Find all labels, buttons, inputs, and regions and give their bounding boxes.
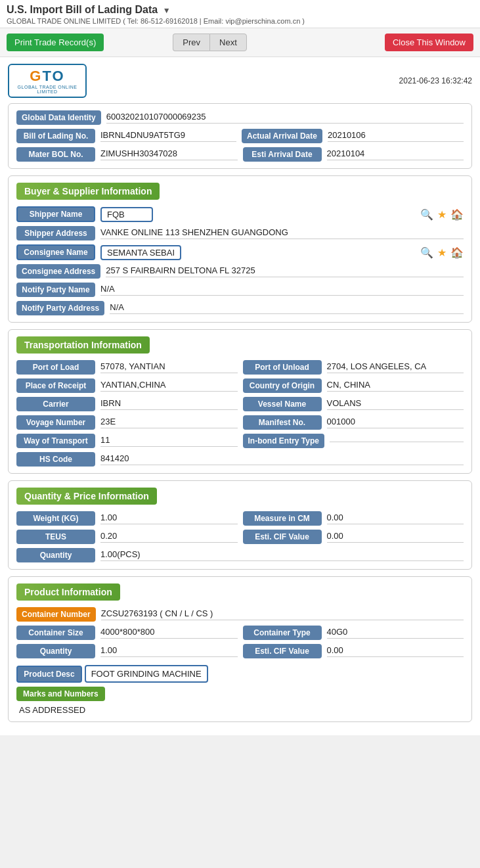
esti-arrival-value: 20210104 xyxy=(327,148,464,160)
container-number-row: Container Number ZCSU2763193 ( CN / L / … xyxy=(16,607,464,622)
receipt-origin-row: Place of Receipt YANTIAN,CHINA Country o… xyxy=(16,378,464,393)
shipper-address-row: Shipper Address VANKE ONLINE 113 SHENZHE… xyxy=(16,226,464,240)
port-of-unload-col: Port of Unload 2704, LOS ANGELES, CA xyxy=(243,360,464,375)
product-quantity-value: 1.00 xyxy=(100,645,238,657)
in-bond-col: In-bond Entry Type xyxy=(243,434,464,448)
timestamp: 2021-06-23 16:32:42 xyxy=(399,76,472,85)
buyer-supplier-title: Buyer & Supplier Information xyxy=(16,183,160,200)
identity-box: Global Data Identity 6003202101070000692… xyxy=(8,103,472,169)
port-of-load-value: 57078, YANTIAN xyxy=(100,361,238,373)
place-of-receipt-label: Place of Receipt xyxy=(16,378,95,393)
prev-button[interactable]: Prev xyxy=(173,34,209,51)
product-quantity-label: Quantity xyxy=(16,644,95,658)
mater-bol-row: Mater BOL No. ZIMUSHH30347028 Esti Arriv… xyxy=(16,147,464,162)
logo: GTO GLOBAL TRADE ONLINE LIMITED xyxy=(8,64,87,98)
country-of-origin-col: Country of Origin CN, CHINA xyxy=(243,378,464,393)
actual-arrival-label: Actual Arrival Date xyxy=(242,129,322,143)
shipper-address-value: VANKE ONLINE 113 SHENZHEN GUANGDONG xyxy=(100,227,464,239)
quantity-label: Quantity xyxy=(16,548,95,562)
consignee-address-value: 257 S FAIRBAIRN DELTONA FL 32725 xyxy=(106,265,464,277)
consignee-address-row: Consignee Address 257 S FAIRBAIRN DELTON… xyxy=(16,264,464,279)
vessel-name-col: Vessel Name VOLANS xyxy=(243,397,464,411)
way-of-transport-label: Way of Transport xyxy=(16,434,95,448)
vessel-name-label: Vessel Name xyxy=(243,397,322,411)
shipper-icons: 🔍 ★ 🏠 xyxy=(420,208,464,221)
marks-row: Marks and Numbers xyxy=(16,687,464,701)
consignee-star-icon[interactable]: ★ xyxy=(437,246,447,259)
teus-cif-row: TEUS 0.20 Esti. CIF Value 0.00 xyxy=(16,530,464,544)
teus-value: 0.20 xyxy=(100,531,238,543)
shipper-search-icon[interactable]: 🔍 xyxy=(420,208,433,221)
port-of-load-label: Port of Load xyxy=(16,360,95,375)
shipper-star-icon[interactable]: ★ xyxy=(437,208,447,221)
next-button[interactable]: Next xyxy=(209,34,247,51)
notify-party-name-label: Notify Party Name xyxy=(16,283,95,297)
quantity-row: Quantity 1.00(PCS) xyxy=(16,548,464,562)
notify-party-address-label: Notify Party Address xyxy=(16,301,104,315)
global-data-identity-value: 600320210107000069235 xyxy=(106,112,464,124)
weight-label: Weight (KG) xyxy=(16,511,95,526)
product-title: Product Information xyxy=(16,583,120,601)
measure-col: Measure in CM 0.00 xyxy=(243,511,464,526)
transportation-box: Transportation Information Port of Load … xyxy=(8,329,472,474)
esti-cif-col: Esti. CIF Value 0.00 xyxy=(243,530,464,544)
manifest-no-col: Manifest No. 001000 xyxy=(243,415,464,430)
consignee-name-value: SEMANTA SEBAI xyxy=(100,245,181,260)
port-of-unload-label: Port of Unload xyxy=(243,360,322,375)
marks-value: AS ADDRESSED xyxy=(16,705,464,715)
hs-code-label: HS Code xyxy=(16,452,95,467)
esti-cif-value: 0.00 xyxy=(327,531,464,543)
shipper-home-icon[interactable]: 🏠 xyxy=(450,208,464,221)
buyer-supplier-box: Buyer & Supplier Information Shipper Nam… xyxy=(8,175,472,323)
hs-code-row: HS Code 841420 xyxy=(16,452,464,467)
product-desc-row: Product Desc FOOT GRINDING MACHINE xyxy=(16,662,464,683)
container-size-type-row: Container Size 4000*800*800 Container Ty… xyxy=(16,626,464,640)
shipper-name-value: FQB xyxy=(100,207,153,222)
country-of-origin-value: CN, CHINA xyxy=(327,380,464,392)
place-of-receipt-value: YANTIAN,CHINA xyxy=(100,380,238,392)
teus-label: TEUS xyxy=(16,530,95,544)
notify-party-address-value: N/A xyxy=(110,302,464,314)
bol-no-label: Bill of Lading No. xyxy=(16,129,95,143)
voyage-number-col: Voyage Number 23E xyxy=(16,415,238,430)
product-esti-cif-value: 0.00 xyxy=(327,645,464,657)
shipper-name-row: Shipper Name FQB 🔍 ★ 🏠 xyxy=(16,206,464,222)
transportation-title: Transportation Information xyxy=(16,336,150,354)
consignee-name-label: Consignee Name xyxy=(16,244,95,260)
vessel-name-value: VOLANS xyxy=(327,398,464,410)
shipper-name-label: Shipper Name xyxy=(16,206,95,222)
carrier-vessel-row: Carrier IBRN Vessel Name VOLANS xyxy=(16,397,464,411)
place-of-receipt-col: Place of Receipt YANTIAN,CHINA xyxy=(16,378,238,393)
port-row: Port of Load 57078, YANTIAN Port of Unlo… xyxy=(16,360,464,375)
consignee-search-icon[interactable]: 🔍 xyxy=(420,246,433,259)
consignee-icons: 🔍 ★ 🏠 xyxy=(420,246,464,259)
logo-text: GTO xyxy=(30,68,64,85)
weight-col: Weight (KG) 1.00 xyxy=(16,511,238,526)
port-of-load-col: Port of Load 57078, YANTIAN xyxy=(16,360,238,375)
container-type-col: Container Type 40G0 xyxy=(243,626,464,640)
notify-party-name-value: N/A xyxy=(100,284,464,296)
consignee-home-icon[interactable]: 🏠 xyxy=(450,246,464,259)
carrier-label: Carrier xyxy=(16,397,95,411)
teus-col: TEUS 0.20 xyxy=(16,530,238,544)
print-button[interactable]: Print Trade Record(s) xyxy=(7,34,104,51)
voyage-number-value: 23E xyxy=(100,417,238,428)
subtitle: GLOBAL TRADE ONLINE LIMITED ( Tel: 86-51… xyxy=(7,17,473,25)
container-number-value: ZCSU2763193 ( CN / L / CS ) xyxy=(101,608,464,620)
manifest-no-label: Manifest No. xyxy=(243,415,322,430)
voyage-number-label: Voyage Number xyxy=(16,415,95,430)
product-box: Product Information Container Number ZCS… xyxy=(8,576,472,722)
container-type-value: 40G0 xyxy=(327,627,464,639)
container-number-label: Container Number xyxy=(16,607,96,622)
product-esti-cif-col: Esti. CIF Value 0.00 xyxy=(243,644,464,658)
quantity-value: 1.00(PCS) xyxy=(100,549,464,561)
close-button[interactable]: Close This Window xyxy=(385,34,473,51)
product-desc-value: FOOT GRINDING MACHINE xyxy=(85,665,208,683)
measure-label: Measure in CM xyxy=(243,511,322,526)
global-data-identity-row: Global Data Identity 6003202101070000692… xyxy=(16,110,464,125)
product-desc-label: Product Desc xyxy=(16,666,82,683)
container-size-label: Container Size xyxy=(16,626,95,640)
notify-party-name-row: Notify Party Name N/A xyxy=(16,283,464,297)
global-data-identity-label: Global Data Identity xyxy=(16,110,101,125)
dropdown-arrow-icon[interactable]: ▼ xyxy=(163,6,171,15)
